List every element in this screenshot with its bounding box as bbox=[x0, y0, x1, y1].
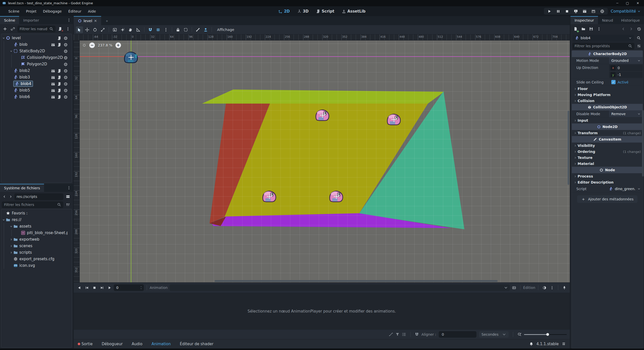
dots-menu-icon[interactable] bbox=[67, 186, 71, 190]
group-editor-description[interactable]: Editor Description bbox=[572, 179, 643, 185]
menu-éditeur[interactable]: Éditeur bbox=[65, 9, 85, 13]
timeline-zoom-slider[interactable] bbox=[524, 334, 567, 335]
scene-tab-level[interactable]: level✕ bbox=[74, 16, 101, 25]
menu-aide[interactable]: Aide bbox=[85, 9, 99, 13]
scene-item-level[interactable]: level bbox=[1, 35, 72, 41]
save-resource-button[interactable] bbox=[588, 26, 594, 32]
filter-tracks-icon[interactable] bbox=[395, 332, 399, 336]
playback-button[interactable] bbox=[76, 284, 83, 291]
clapper-button[interactable] bbox=[51, 81, 55, 86]
inspector-scrollbar[interactable] bbox=[642, 110, 644, 177]
fs-item-assets[interactable]: assets bbox=[1, 223, 72, 230]
scene-item-blob[interactable]: blob bbox=[1, 41, 72, 48]
animation-options-button[interactable] bbox=[549, 284, 555, 291]
tab-n-ud[interactable]: Nœud bbox=[598, 16, 617, 24]
script-button[interactable] bbox=[57, 68, 61, 73]
bezier-curves-icon[interactable] bbox=[389, 332, 393, 336]
bottom-tab-animation[interactable]: Animation bbox=[151, 342, 171, 346]
eye-button[interactable] bbox=[64, 68, 68, 73]
fs-path-field[interactable]: res://scripts bbox=[14, 193, 63, 200]
inspected-node-dropdown[interactable]: blob4 bbox=[573, 35, 634, 41]
fs-item-exportweb[interactable]: exportweb bbox=[1, 236, 72, 243]
scene-item-collisionpolygon2d[interactable]: CollisionPolygon2D bbox=[1, 54, 72, 61]
edit-history-button[interactable] bbox=[636, 26, 642, 32]
play-button[interactable] bbox=[106, 284, 113, 291]
eye-button[interactable] bbox=[64, 81, 68, 86]
animation-select-dropdown[interactable] bbox=[170, 284, 510, 291]
scene-item-blob4[interactable]: blob4 bbox=[1, 80, 72, 87]
group-transform[interactable]: Transform(1 change) bbox=[572, 130, 643, 136]
menu-débogage[interactable]: Débogage bbox=[40, 9, 65, 13]
onion-skinning-button[interactable] bbox=[541, 284, 548, 291]
listsel-tool-button[interactable] bbox=[111, 26, 118, 33]
fs-split-view-button[interactable] bbox=[65, 193, 71, 200]
fs-item-scenes[interactable]: scenes bbox=[1, 243, 72, 249]
clapper-button[interactable] bbox=[51, 42, 55, 47]
eye-button[interactable] bbox=[64, 36, 68, 40]
scene-item-staticbody2d[interactable]: StaticBody2D bbox=[1, 48, 72, 54]
canvas-hscrollbar[interactable] bbox=[215, 280, 498, 282]
script-button[interactable] bbox=[57, 95, 61, 99]
zoom-in-button[interactable]: + bbox=[115, 42, 121, 48]
track-list-icon[interactable] bbox=[402, 332, 406, 336]
close-button[interactable]: ✕ bbox=[636, 1, 639, 5]
monitorplay-button[interactable] bbox=[574, 9, 578, 13]
resource-options-button[interactable] bbox=[596, 26, 602, 32]
load-resource-button[interactable] bbox=[580, 26, 587, 32]
group-collision[interactable]: Collision bbox=[572, 98, 643, 104]
script-button[interactable] bbox=[57, 36, 61, 40]
tab-importer[interactable]: Importer bbox=[19, 16, 43, 24]
instance-scene-button[interactable] bbox=[10, 26, 16, 32]
scene-item-polygon2d[interactable]: Polygon2D bbox=[1, 61, 72, 67]
fs-item-favoris-[interactable]: Favoris : bbox=[1, 210, 72, 216]
cursor-tool-button[interactable] bbox=[76, 26, 83, 33]
renderer-select[interactable]: Compatibilité bbox=[611, 9, 640, 14]
clap-button[interactable] bbox=[591, 9, 595, 13]
clapplay-button[interactable] bbox=[583, 9, 587, 13]
scene-tree-options-button[interactable] bbox=[65, 26, 71, 32]
inspector-filter-input[interactable]: Filtrer les propriétés bbox=[572, 43, 634, 50]
add-metadata-button[interactable]: ＋Ajouter des métadonnées bbox=[577, 195, 637, 203]
snap-value-input[interactable]: 0 bbox=[439, 331, 476, 338]
property-tools-button[interactable] bbox=[636, 43, 642, 49]
add-node-button[interactable] bbox=[2, 26, 8, 32]
tab-historique[interactable]: Historique bbox=[617, 16, 644, 24]
canvas-vscrollbar[interactable] bbox=[568, 111, 569, 185]
menu-projet[interactable]: Projet bbox=[23, 9, 40, 13]
clapper-button[interactable] bbox=[51, 68, 55, 73]
stepback-button[interactable] bbox=[84, 284, 90, 291]
sprite-blob4[interactable] bbox=[262, 189, 277, 204]
clapper-button[interactable] bbox=[51, 75, 55, 79]
stepfwd-button[interactable] bbox=[99, 284, 105, 291]
script-button[interactable] bbox=[57, 88, 61, 93]
eye-button[interactable] bbox=[64, 95, 68, 99]
group-input[interactable]: Input bbox=[572, 117, 643, 123]
tab-filesystem[interactable]: Système de fichiers bbox=[0, 184, 44, 192]
property-up-direction-x-field[interactable]: x0 bbox=[609, 65, 643, 71]
group-moving-platform[interactable]: Moving Platform bbox=[572, 92, 643, 98]
fs-sort-button[interactable] bbox=[65, 201, 71, 208]
snap-unit-dropdown[interactable]: Secondes bbox=[479, 331, 509, 338]
sprite-blob3[interactable] bbox=[386, 112, 401, 127]
tab-inspecteur[interactable]: Inspecteur bbox=[571, 16, 598, 24]
pivot-tool-button[interactable] bbox=[119, 26, 126, 33]
minimize-button[interactable]: ─ bbox=[616, 1, 618, 5]
fs-item-piti-blob-rose-sheet-png[interactable]: piti_blob_rose-Sheet.png bbox=[1, 230, 72, 236]
bottom-tab--diteur-de-shader[interactable]: Éditeur de shader bbox=[180, 342, 214, 346]
fs-filter-input[interactable]: Filtrer les fichiers bbox=[2, 201, 63, 208]
menu-scène[interactable]: Scène bbox=[5, 9, 23, 13]
script-value-dropdown[interactable]: dino_green. bbox=[607, 185, 643, 192]
zoom-level[interactable]: 237.8 % bbox=[98, 43, 112, 47]
mode-3d[interactable]: 3D bbox=[297, 9, 309, 14]
script-button[interactable] bbox=[57, 81, 61, 86]
clapper-button[interactable] bbox=[51, 95, 55, 99]
sprite-blob5[interactable] bbox=[329, 189, 344, 204]
script-button[interactable] bbox=[57, 42, 61, 47]
stop-button[interactable] bbox=[91, 284, 98, 291]
property-slide-on-ceiling-checkbox[interactable]: ✓ bbox=[611, 80, 616, 84]
history-forward-button[interactable] bbox=[628, 26, 634, 32]
move-tool-button[interactable] bbox=[84, 26, 91, 33]
view-menu[interactable]: Affichage bbox=[214, 28, 237, 32]
scene-item-blob6[interactable]: blob6 bbox=[1, 94, 72, 100]
detach-script-button[interactable] bbox=[57, 26, 63, 32]
